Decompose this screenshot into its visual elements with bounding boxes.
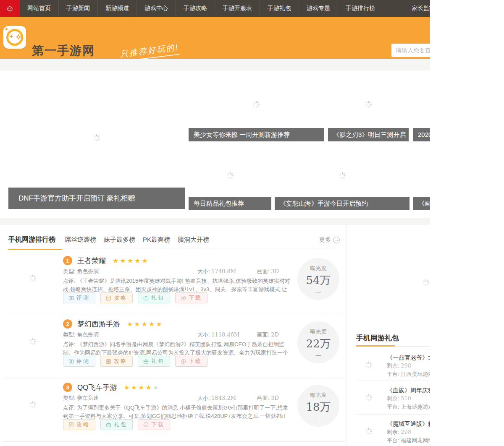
sidebar-ad-placeholder[interactable]	[353, 228, 430, 332]
loading-spinner-icon	[365, 428, 373, 435]
active-tab-underline	[8, 249, 62, 250]
ranking-panel: 手机网游排行榜 屌丝逆袭榜 妹子最多榜 PK最爽榜 脑洞大开榜 更多 →	[3, 225, 346, 446]
site-name[interactable]: 第一手游网	[32, 43, 95, 59]
promo-tile[interactable]: 2020	[413, 70, 430, 141]
review-button[interactable]: 评测	[63, 356, 95, 367]
game-name[interactable]: 王者荣耀	[77, 256, 106, 266]
site-favicon-icon[interactable]: ☺	[0, 0, 20, 17]
header-spacer-band	[0, 59, 430, 70]
document-icon	[106, 359, 111, 364]
gift-section-underline	[356, 345, 430, 347]
promo-tile[interactable]: 《妄想山海》手游今日开启预约	[275, 145, 410, 210]
guide-button[interactable]: 攻略	[100, 292, 133, 303]
document-icon	[68, 422, 74, 428]
gift-section-title: 手机网游礼包	[356, 333, 399, 343]
gift-title[interactable]: 《一品官老爷》大	[387, 353, 430, 362]
star-rating: ★★★★★	[113, 257, 149, 265]
gift-icon-placeholder	[360, 357, 377, 373]
gift-platform: 平台: 上海盛趣游戏	[387, 403, 430, 411]
section-spacer-band	[0, 218, 430, 225]
nav-item-newgames[interactable]: 新游频道	[97, 0, 136, 17]
site-logo-icon[interactable]: +	[3, 26, 26, 49]
search-input[interactable]	[391, 44, 430, 57]
promo-caption[interactable]: 《影之刃3》明日三测开启	[328, 128, 409, 141]
nav-item-guides[interactable]: 手游攻略	[176, 0, 215, 17]
game-name[interactable]: QQ飞车手游	[77, 383, 117, 392]
gift-button[interactable]: 礼包	[100, 419, 133, 430]
guide-button[interactable]: 攻略	[100, 356, 133, 367]
loading-spinner-icon	[29, 401, 37, 409]
tab-meizi[interactable]: 妹子最多榜	[104, 236, 135, 244]
logo-buttons-icon	[16, 36, 18, 38]
loading-spinner-icon	[365, 394, 373, 402]
gift-list-item[interactable]: 《血族》周年庆狂 剩余: 510 平台: 上海盛趣游戏	[353, 384, 430, 415]
game-name[interactable]: 梦幻西游手游	[77, 319, 120, 329]
guide-button[interactable]: 攻略	[63, 419, 95, 430]
download-icon	[143, 422, 149, 428]
star-rating: ★★★★★	[123, 383, 160, 391]
promo-tile[interactable]: 美少女等你来撩 一周开测新游推荐	[189, 70, 324, 141]
game-row: 2 梦幻西游手游 ★★★★★ 类型: 角色扮演 大小: 1118.46M 画面:…	[3, 315, 346, 378]
download-icon	[181, 359, 186, 364]
gift-list-item[interactable]: 《魔域互通版》精 剩余: 298 平台: 福建网龙网络	[353, 418, 430, 446]
game-row: 1 王者荣耀 ★★★★★ 类型: 角色扮演 大小: 1740.8M 画面: 3D…	[3, 252, 346, 315]
promo-tile[interactable]: 《影之刃3》明日三测开启	[328, 70, 409, 141]
promo-tile[interactable]: 《画	[413, 145, 430, 210]
ranking-title: 手机网游排行榜	[8, 236, 55, 243]
promo-caption[interactable]: 《妄想山海》手游今日开启预约	[275, 197, 410, 210]
game-icon-placeholder[interactable]	[12, 321, 54, 363]
promo-tile[interactable]: 每日精品礼包推荐	[189, 145, 271, 210]
gift-remaining: 剩余: 510	[387, 394, 430, 403]
nav-item-gifts[interactable]: 手游礼包	[260, 0, 299, 17]
gift-list-item[interactable]: 《一品官老爷》大 剩余: 298 平台: 江西贪玩游戏	[353, 352, 430, 382]
tab-pk[interactable]: PK最爽榜	[143, 236, 170, 244]
loading-spinner-icon	[252, 100, 260, 110]
promo-caption[interactable]: 美少女等你来撩 一周开测新游推荐	[189, 128, 324, 141]
tab-ranking-active[interactable]: 手机网游排行榜	[8, 235, 55, 244]
promo-caption[interactable]: 《画	[413, 197, 430, 210]
gift-icon-placeholder	[360, 389, 377, 406]
ranking-header: 手机网游排行榜 屌丝逆袭榜 妹子最多榜 PK最爽榜 脑洞大开榜 更多 →	[8, 232, 340, 248]
exposure-badge: 曝光度 54万 —	[297, 258, 339, 300]
game-review: 点评: 《梦幻西游》同名手游是由网易《梦幻西游2》精英团队打造,网易CEO丁磊亲…	[63, 340, 291, 357]
gift-remaining: 剩余: 298	[387, 362, 430, 370]
loading-spinner-icon	[29, 338, 37, 345]
gift-box-icon	[143, 359, 149, 364]
gift-button[interactable]: 礼包	[138, 292, 170, 303]
nav-item-parental-control[interactable]: 家长监护	[412, 0, 430, 17]
review-button[interactable]: 评测	[63, 292, 95, 303]
gift-title[interactable]: 《魔域互通版》精	[387, 420, 430, 428]
nav-item-gamecenter[interactable]: 游戏中心	[136, 0, 176, 17]
download-button[interactable]: 下载	[175, 356, 207, 367]
promo-tile-main[interactable]: DNF手游官方助手开启预订 豪礼相赠	[8, 70, 185, 209]
site-header: + 第一手游网 www.diyiyou.com 只推荐好玩的! 宝贝原生 王城	[0, 17, 430, 59]
nav-item-home[interactable]: 网站首页	[20, 0, 58, 17]
page: ☺ 网站首页 手游新闻 新游频道 游戏中心 手游攻略 手游开服表 手游礼包 游戏…	[0, 0, 430, 446]
game-icon-placeholder[interactable]	[12, 257, 54, 299]
download-button[interactable]: 下载	[175, 292, 207, 303]
tab-naodong[interactable]: 脑洞大开榜	[178, 236, 209, 244]
promo-caption[interactable]: DNF手游官方助手开启预订 豪礼相赠	[8, 188, 185, 209]
nav-item-news[interactable]: 手游新闻	[58, 0, 97, 17]
gift-title[interactable]: 《血族》周年庆狂	[387, 386, 430, 394]
tab-diaosi[interactable]: 屌丝逆袭榜	[65, 236, 96, 244]
nav-item-rankings[interactable]: 手游排行榜	[338, 0, 383, 17]
book-icon	[68, 295, 74, 301]
gift-button[interactable]: 礼包	[138, 356, 170, 367]
rank-badge: 1	[63, 256, 72, 265]
nav-item-topics[interactable]: 游戏专题	[299, 0, 338, 17]
exposure-badge: 曝光度 18万 —	[297, 385, 339, 427]
gift-icon-placeholder	[360, 423, 377, 440]
top-nav-bar: ☺ 网站首页 手游新闻 新游频道 游戏中心 手游攻略 手游开服表 手游礼包 游戏…	[0, 0, 430, 17]
nav-item-openserver[interactable]: 手游开服表	[215, 0, 260, 17]
download-button[interactable]: 下载	[138, 419, 170, 430]
game-icon-placeholder[interactable]	[12, 384, 54, 426]
promo-caption[interactable]: 2020	[413, 128, 430, 141]
divider	[356, 414, 430, 415]
game-review: 点评: 《王者荣耀》是腾讯2015年度英雄对战手游! 热血竞技、抗塔强杀,体验极…	[63, 277, 291, 294]
more-link[interactable]: 更多 →	[319, 236, 340, 244]
gift-box-icon	[106, 422, 111, 428]
promo-caption[interactable]: 每日精品礼包推荐	[189, 197, 271, 210]
gift-platform: 平台: 江西贪玩游戏	[387, 370, 430, 378]
exposure-badge: 曝光度 22万 —	[297, 321, 339, 363]
